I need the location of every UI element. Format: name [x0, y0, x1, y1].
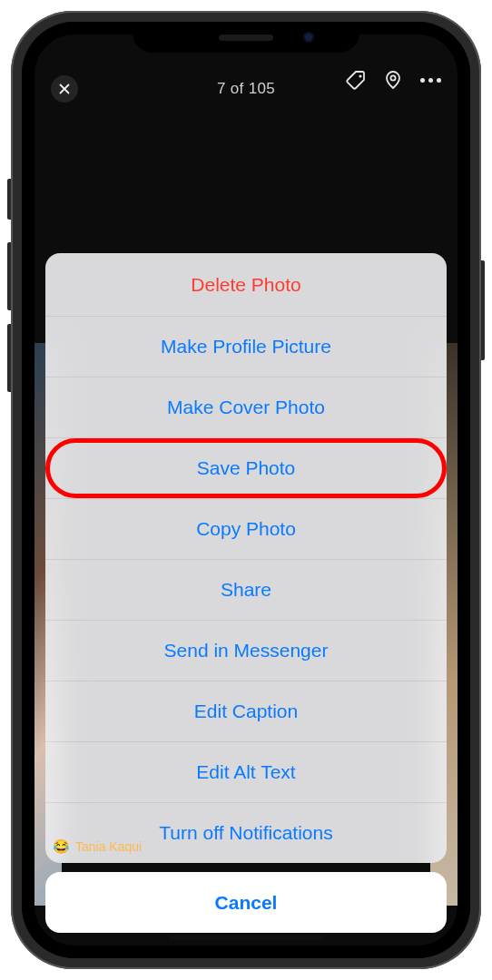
volume-down-button	[7, 324, 11, 392]
action-save-photo[interactable]: Save Photo	[45, 437, 447, 498]
cancel-button[interactable]: Cancel	[45, 872, 447, 933]
action-label: Delete Photo	[191, 274, 300, 296]
reaction-emoji: 😂	[53, 838, 70, 855]
action-edit-caption[interactable]: Edit Caption	[45, 681, 447, 741]
power-button	[481, 260, 485, 360]
action-label: Make Profile Picture	[161, 336, 331, 358]
action-make-cover-photo[interactable]: Make Cover Photo	[45, 377, 447, 437]
action-label: Save Photo	[197, 457, 296, 479]
svg-point-0	[359, 74, 361, 77]
phone-bezel: 7 of 105 😂 Tania Kaqui Delete Photo	[22, 22, 470, 958]
action-copy-photo[interactable]: Copy Photo	[45, 498, 447, 559]
action-sheet: Delete Photo Make Profile Picture Make C…	[45, 253, 447, 863]
silence-switch	[7, 179, 11, 220]
phone-frame: 7 of 105 😂 Tania Kaqui Delete Photo	[11, 11, 481, 969]
action-make-profile-picture[interactable]: Make Profile Picture	[45, 316, 447, 377]
tagged-name: Tania Kaqui	[75, 839, 142, 854]
action-edit-alt-text[interactable]: Edit Alt Text	[45, 741, 447, 802]
screen: 7 of 105 😂 Tania Kaqui Delete Photo	[34, 34, 458, 946]
photo-tag[interactable]: 😂 Tania Kaqui	[53, 838, 142, 855]
speaker-grille	[219, 34, 273, 41]
action-label: Edit Caption	[194, 701, 298, 722]
home-indicator[interactable]	[169, 936, 323, 940]
action-label: Edit Alt Text	[196, 761, 295, 783]
volume-up-button	[7, 242, 11, 310]
action-label: Turn off Notifications	[159, 822, 332, 844]
more-options-button[interactable]	[420, 78, 441, 83]
notch	[133, 22, 359, 53]
action-delete-photo[interactable]: Delete Photo	[45, 253, 447, 316]
action-label: Copy Photo	[196, 518, 296, 540]
action-share[interactable]: Share	[45, 559, 447, 620]
action-label: Send in Messenger	[164, 640, 329, 662]
front-camera	[303, 32, 314, 43]
action-label: Share	[221, 579, 271, 601]
location-icon[interactable]	[382, 69, 404, 91]
cancel-label: Cancel	[215, 892, 278, 914]
topbar-actions	[346, 69, 441, 91]
action-label: Make Cover Photo	[167, 397, 325, 418]
tag-icon[interactable]	[346, 69, 368, 91]
action-sheet-container: Delete Photo Make Profile Picture Make C…	[45, 253, 447, 933]
svg-point-1	[390, 75, 395, 80]
action-send-in-messenger[interactable]: Send in Messenger	[45, 620, 447, 681]
